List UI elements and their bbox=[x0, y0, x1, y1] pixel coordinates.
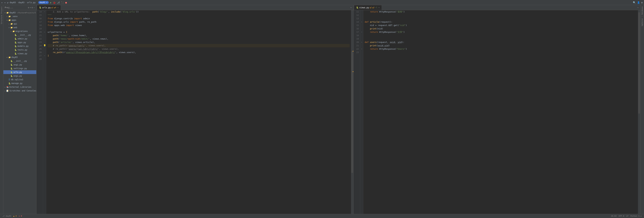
run-icon[interactable]: ▶ bbox=[50, 1, 52, 4]
tree-item-api[interactable]: ▸ 📁 api bbox=[3, 22, 36, 26]
main-area: Project Structure Proj... ⚙ ≡ ⚙ — ▾ 📁 da… bbox=[0, 5, 644, 214]
left-line-numbers: 14 15 16 17 18 19 20 21 22 23 24 25 26 2… bbox=[36, 10, 43, 214]
git-branch[interactable]: ⎇ day03 bbox=[1, 215, 12, 217]
rcode-line-13 bbox=[365, 17, 636, 20]
tree-item-venv[interactable]: ▸ 📁 .venv bbox=[3, 15, 36, 18]
right-side-panel: Database SqEditor bbox=[640, 5, 644, 214]
gear-icon[interactable]: ⚙ bbox=[32, 6, 33, 9]
python-version[interactable]: Python 3.x bbox=[630, 215, 643, 217]
rcode-line-18 bbox=[365, 34, 636, 37]
rcode-line-15: nid = request.GET.get("nid") bbox=[365, 24, 636, 27]
user-icon[interactable]: 👤 bbox=[637, 1, 640, 4]
settings-icon[interactable]: ⚙ bbox=[641, 1, 643, 4]
views-py-icon: 🐍 bbox=[356, 7, 358, 9]
right-gutter: ▾ ▾ ▾ ▾ bbox=[360, 10, 363, 214]
code-line-17: from django.urls import path, re_path bbox=[48, 20, 350, 24]
left-code-editor[interactable]: 14 15 16 17 18 19 20 21 22 23 24 25 26 2… bbox=[36, 10, 353, 214]
tree-item-tests[interactable]: ▸ 🐍 tests.py bbox=[3, 48, 36, 52]
right-line-numbers: 11 12 13 14 15 16 17 18 19 20 21 22 23 bbox=[354, 10, 360, 214]
sidebar-tree: ▾ 📁 day03 ~/PycharmProjects/5 ▸ 📁 .venv … bbox=[3, 10, 36, 214]
errors-count[interactable]: ✕ 0 bbox=[18, 215, 23, 217]
left-tab-warnings2: ▲4 bbox=[54, 7, 56, 9]
project-tab[interactable]: Project bbox=[1, 6, 2, 14]
tree-item-apps-py[interactable]: ▸ 🐍 apps.py bbox=[3, 41, 36, 44]
back-icon[interactable]: ← bbox=[1, 1, 3, 4]
git-icon[interactable]: ⎇ bbox=[57, 1, 60, 4]
right-editor-pane: 🐍 views.py ▲1 ▲2 ✓1 ✕ ⋯ 11 12 13 14 bbox=[354, 5, 640, 214]
tree-item-scratches[interactable]: ▸ 📝 Scratches and Consoles bbox=[3, 89, 36, 93]
tree-item-day03-init[interactable]: ▸ 🐍 __init__.py bbox=[3, 59, 36, 63]
tree-item-admin[interactable]: ▸ 🐍 admin.py bbox=[3, 37, 36, 41]
tree-item-root[interactable]: ▾ 📁 day03 ~/PycharmProjects/5 bbox=[3, 11, 36, 15]
tree-item-views-web[interactable]: ▸ 🐍 views.py bbox=[3, 52, 36, 55]
left-scroll-thumb[interactable] bbox=[351, 51, 353, 173]
fold-r20[interactable]: ▾ bbox=[361, 41, 362, 44]
rcode-line-20: def users(request, xxid, yid): bbox=[365, 41, 636, 44]
left-editor-pane: 🐍 urls.py ▲1 ▲4 ✕ ⋯ 14 15 16 17 18 bbox=[36, 5, 353, 214]
run-config-dropdown[interactable]: day03 ▾ bbox=[38, 1, 49, 4]
right-code-content[interactable]: return HttpResponse("新闻") def article(re… bbox=[363, 10, 638, 214]
right-scrollbar[interactable] bbox=[638, 10, 640, 214]
rcode-line-22: return HttpResponse("Users") bbox=[365, 47, 636, 51]
right-tab-warnings: ▲1 bbox=[370, 7, 372, 9]
top-breadcrumb: day03 › day03 › urls.py bbox=[10, 1, 36, 4]
left-code-content[interactable]: 2. Add a URL to urlpatterns: path('blog/… bbox=[46, 10, 351, 214]
fold-27[interactable]: ▾ bbox=[44, 54, 45, 57]
coverage-icon[interactable]: ⬛ bbox=[61, 1, 64, 4]
structure-tab[interactable]: Structure bbox=[1, 14, 2, 25]
tree-item-models[interactable]: ▸ 🐍 models.py bbox=[3, 44, 36, 48]
warnings-count[interactable]: ▲ 4 bbox=[12, 215, 18, 217]
sqleditor-tab[interactable]: SqEditor bbox=[641, 17, 643, 27]
rcode-line-16: print(nid) bbox=[365, 27, 636, 30]
fold-r17[interactable]: ▾ bbox=[361, 30, 362, 34]
tree-item-settings[interactable]: ▸ 🐍 settings.py bbox=[3, 67, 36, 70]
right-pane-more-icon[interactable]: ⋯ bbox=[636, 6, 640, 9]
tree-item-web[interactable]: ▾ 📁 web bbox=[3, 26, 36, 29]
left-pane-more-icon[interactable]: ⋯ bbox=[349, 6, 353, 9]
stop-icon[interactable]: ■ bbox=[65, 1, 67, 4]
code-line-25: # re_path(r'users/(\w+-\d+)/(\d+)/', vie… bbox=[48, 47, 350, 51]
expand-icon[interactable]: ≡ bbox=[30, 7, 31, 9]
tree-item-db[interactable]: ▸ 🗄 db.sqlite3 bbox=[3, 78, 36, 81]
fold-r22[interactable]: ▾ bbox=[361, 47, 362, 51]
tree-item-web-init[interactable]: ▸ 🐍 __init__.py bbox=[3, 33, 36, 37]
rcode-line-11: return HttpResponse("新闻") bbox=[365, 10, 636, 14]
tree-item-apps[interactable]: ▾ 📁 apps bbox=[3, 18, 36, 22]
code-line-16: from django.contrib import admin bbox=[48, 17, 350, 20]
line-endings[interactable]: LF bbox=[625, 215, 630, 217]
left-tab-close[interactable]: ✕ bbox=[58, 7, 58, 9]
breadcrumb-file[interactable]: urls.py bbox=[27, 1, 36, 4]
right-scroll-thumb[interactable] bbox=[638, 12, 640, 114]
refresh-icon[interactable]: ↺ bbox=[7, 1, 8, 4]
editor-area: 🐍 urls.py ▲1 ▲4 ✕ ⋯ 14 15 16 17 18 bbox=[36, 5, 644, 214]
tree-item-manage[interactable]: ▸ 🐍 manage.py bbox=[3, 81, 36, 85]
right-tab-close[interactable]: ✕ bbox=[378, 7, 380, 9]
tree-item-day03-pkg[interactable]: ▾ 📁 day03 bbox=[3, 55, 36, 59]
breadcrumb-folder[interactable]: day03 bbox=[18, 1, 24, 4]
settings-icon[interactable]: ⚙ bbox=[28, 6, 29, 9]
code-line-15: """ bbox=[48, 14, 350, 17]
tree-item-asgi[interactable]: ▸ 🐍 asgi.py bbox=[3, 63, 36, 67]
tree-item-migrations[interactable]: ▸ 📁 migrations bbox=[3, 29, 36, 33]
right-pane-tab-views[interactable]: 🐍 views.py ▲1 ▲2 ✓1 ✕ bbox=[354, 5, 382, 10]
tree-item-wsgi[interactable]: ▸ 🐍 wsgi.py bbox=[3, 74, 36, 78]
debug-icon[interactable]: 🐞 bbox=[53, 1, 56, 4]
collapse-icon[interactable]: — bbox=[34, 6, 35, 9]
left-pane-tab-urls[interactable]: 🐍 urls.py ▲1 ▲4 ✕ bbox=[37, 5, 60, 10]
forward-icon[interactable]: → bbox=[4, 1, 6, 4]
right-code-editor[interactable]: 11 12 13 14 15 16 17 18 19 20 21 22 23 bbox=[354, 10, 640, 214]
fold-20[interactable]: ▾ bbox=[44, 30, 45, 34]
rcode-line-12 bbox=[365, 14, 636, 17]
line-col: 26:83 bbox=[610, 215, 618, 217]
tree-item-urls[interactable]: ▸ 🐍 urls.py bbox=[3, 70, 36, 74]
breadcrumb-project[interactable]: day03 bbox=[10, 1, 16, 4]
fold-14[interactable]: ▾ bbox=[44, 10, 45, 14]
tree-item-ext-libs[interactable]: ▸ 📚 External Libraries bbox=[3, 85, 36, 89]
encoding[interactable]: UTF-8 bbox=[618, 215, 625, 217]
code-line-28 bbox=[48, 57, 350, 61]
code-line-24: # re_path(r'users/(\w+)/', views.users), bbox=[48, 44, 350, 47]
fold-r14[interactable]: ▾ bbox=[361, 20, 362, 24]
search-icon[interactable]: 🔍 bbox=[633, 1, 636, 4]
bottom-bar: ⎇ day03 ▲ 4 ✕ 0 26:83 UTF-8 LF Python 3.… bbox=[0, 214, 644, 218]
database-tab[interactable]: Database bbox=[641, 6, 643, 15]
